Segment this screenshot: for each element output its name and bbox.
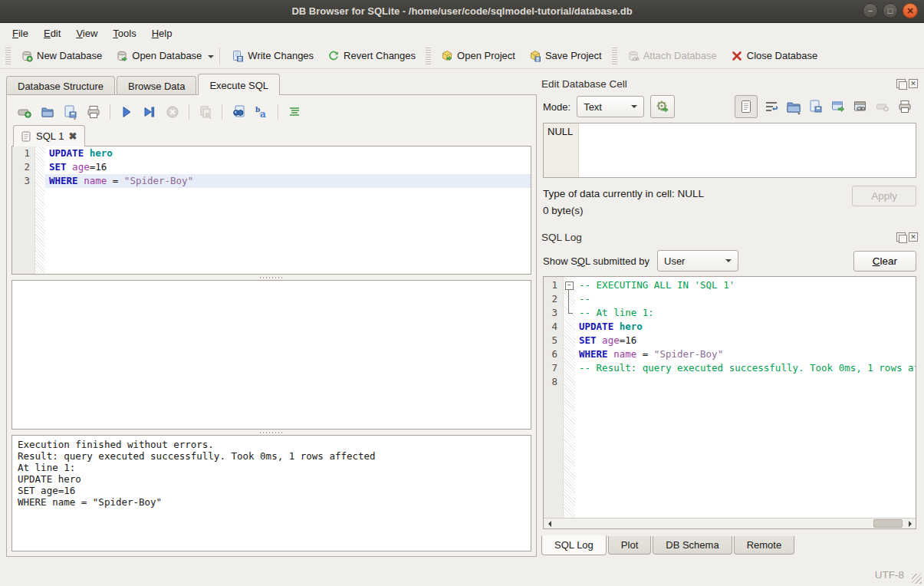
close-database-button[interactable]: Close Database — [725, 47, 824, 65]
tab-plot[interactable]: Plot — [608, 536, 651, 555]
save-sql-file-button[interactable] — [61, 102, 81, 122]
cell-size-info: 0 byte(s) — [543, 202, 852, 219]
menu-edit[interactable]: Edit — [36, 25, 68, 41]
set-null-button[interactable] — [874, 98, 891, 115]
execute-sql-panel: ba SQL 1 ✖ — [6, 94, 537, 557]
import-data-button[interactable] — [650, 95, 675, 118]
results-grid-panel[interactable] — [12, 280, 531, 430]
log-filter-value: User — [664, 255, 685, 267]
code-line: 6WHERE name = "Spider-Boy" — [544, 347, 916, 361]
execute-current-line-button[interactable] — [140, 102, 159, 122]
code-line: 3WHERE name = "Spider-Boy" — [12, 174, 531, 188]
open-sql-file-button[interactable] — [38, 102, 58, 122]
toolbar-drag-handle[interactable] — [612, 48, 617, 64]
tab-remote[interactable]: Remote — [734, 536, 795, 555]
new-database-button[interactable]: New Database — [15, 47, 108, 65]
tab-database-structure[interactable]: Database Structure — [6, 76, 115, 95]
minimize-button[interactable]: − — [863, 3, 878, 18]
export-cell-button[interactable] — [807, 98, 824, 115]
tab-sql-log[interactable]: SQL Log — [541, 535, 607, 555]
cell-value-editor[interactable]: NULL — [543, 123, 916, 178]
tab-execute-sql[interactable]: Execute SQL — [198, 74, 280, 95]
stop-execution-icon — [165, 104, 180, 120]
set-as-button[interactable] — [830, 98, 847, 115]
open-project-button[interactable]: Open Project — [435, 47, 521, 65]
find-replace-button[interactable] — [229, 102, 248, 122]
revert-changes-icon — [327, 50, 340, 62]
sql-tab-close-icon[interactable]: ✖ — [68, 130, 77, 142]
cell-value-input[interactable] — [579, 123, 916, 177]
open-database-button[interactable]: Open Database — [110, 47, 208, 65]
edit-cell-dock-header: Edit Database Cell ✕ — [541, 75, 918, 92]
auto-completion-button[interactable]: ba — [252, 102, 271, 122]
cell-mode-row: Mode: Text — [541, 92, 918, 121]
toolbar-drag-handle[interactable] — [426, 48, 431, 64]
save-file-icon — [808, 99, 824, 114]
save-project-button[interactable]: Save Project — [523, 47, 608, 65]
horizontal-scrollbar[interactable] — [544, 518, 916, 528]
sql-tab-bar: SQL 1 ✖ — [12, 124, 531, 146]
print-cell-button[interactable] — [896, 98, 913, 115]
tab-browse-data[interactable]: Browse Data — [117, 76, 196, 95]
mode-combobox[interactable]: Text — [577, 96, 644, 117]
new-sql-tab-button[interactable] — [15, 102, 35, 122]
sql-tab-label: SQL 1 — [36, 130, 64, 142]
import-cell-button[interactable] — [785, 98, 802, 115]
dock-close-icon[interactable]: ✕ — [909, 79, 918, 88]
text-mode-toggle[interactable] — [735, 95, 758, 118]
menu-view[interactable]: View — [68, 25, 105, 41]
write-changes-button[interactable]: Write Changes — [225, 47, 320, 65]
tab-db-schema[interactable]: DB Schema — [653, 536, 732, 555]
splitter-handle[interactable] — [12, 275, 531, 280]
toolbar-drag-handle[interactable] — [5, 48, 11, 64]
close-database-label: Close Database — [747, 50, 818, 61]
menu-tools[interactable]: Tools — [105, 25, 143, 41]
scroll-right-icon[interactable] — [905, 519, 916, 528]
sql-1-tab[interactable]: SQL 1 ✖ — [13, 125, 85, 146]
encoding-indicator[interactable]: UTF-8 — [875, 569, 904, 581]
print-sql-button[interactable] — [84, 102, 104, 122]
new-sql-tab-icon — [17, 104, 32, 120]
code-line: 1UPDATE hero — [12, 146, 531, 160]
open-folder-icon — [785, 98, 802, 115]
revert-changes-button[interactable]: Revert Changes — [321, 47, 422, 65]
resize-grip[interactable] — [912, 574, 922, 584]
scrollbar-thumb[interactable] — [873, 519, 903, 528]
code-line: 4UPDATE hero — [544, 320, 916, 334]
open-in-external-button[interactable] — [852, 98, 869, 115]
log-filter-combobox[interactable]: User — [657, 250, 738, 272]
status-bar: UTF-8 — [0, 563, 924, 586]
stop-execution-button[interactable] — [163, 102, 182, 122]
app-window: DB Browser for SQLite - /home/user/code/… — [0, 0, 924, 586]
toolbar-separator — [278, 104, 278, 120]
menu-help[interactable]: Help — [144, 25, 180, 41]
sql-log-dock-title: SQL Log — [541, 232, 896, 243]
dock-close-icon[interactable]: ✕ — [909, 232, 918, 242]
maximize-button[interactable]: □ — [883, 3, 898, 18]
scroll-left-icon[interactable] — [544, 519, 554, 528]
log-lines: 1-- EXECUTING ALL IN 'SQL 1'2--3-- At li… — [544, 278, 916, 389]
menu-file[interactable]: File — [5, 25, 36, 41]
clear-log-button[interactable]: Clear — [853, 251, 916, 272]
apply-button[interactable]: Apply — [852, 186, 916, 206]
bottom-tab-bar: SQL Log Plot DB Schema Remote — [541, 535, 918, 557]
dock-float-icon[interactable] — [896, 232, 906, 242]
splitter-handle[interactable] — [12, 430, 531, 435]
close-button[interactable]: ✕ — [903, 3, 918, 18]
save-results-icon — [198, 104, 213, 120]
format-sql-button[interactable] — [284, 102, 304, 122]
open-database-dropdown-caret[interactable] — [208, 55, 214, 61]
word-wrap-button[interactable] — [763, 98, 780, 115]
execution-message-panel[interactable]: Execution finished without errors. Resul… — [12, 435, 531, 551]
execute-current-line-icon — [142, 104, 157, 120]
sql-log-dock-header: SQL Log ✕ — [541, 229, 918, 245]
dock-float-icon[interactable] — [896, 79, 906, 88]
code-line: 2-- — [544, 292, 916, 306]
attach-database-button[interactable]: Attach Database — [621, 47, 723, 65]
open-database-label: Open Database — [132, 50, 202, 61]
sql-code-editor[interactable]: 1UPDATE hero2SET age=163WHERE name = "Sp… — [12, 146, 531, 275]
revert-changes-label: Revert Changes — [344, 50, 416, 61]
save-results-button[interactable] — [196, 102, 215, 122]
execute-all-button[interactable] — [117, 102, 136, 122]
sql-log-view[interactable]: 1-- EXECUTING ALL IN 'SQL 1'2--3-- At li… — [543, 276, 916, 529]
